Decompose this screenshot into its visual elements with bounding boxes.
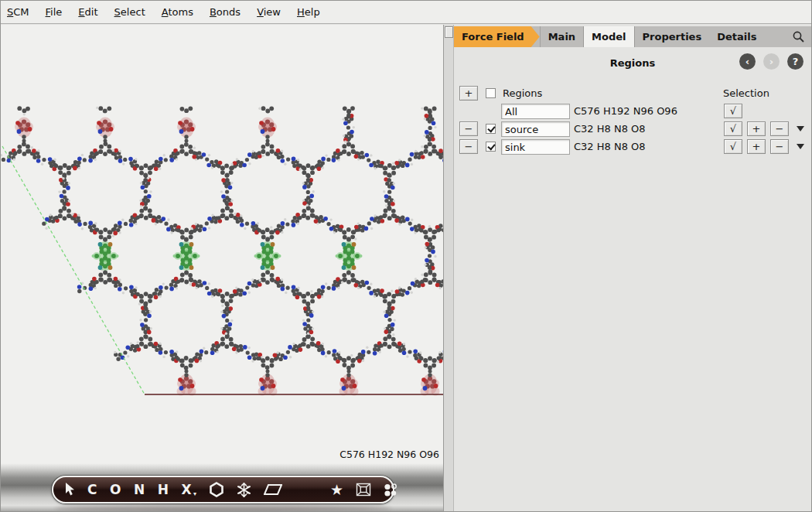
remove-from-region-source-button[interactable]: −	[770, 121, 789, 136]
snowflake-icon	[237, 483, 251, 497]
cursor-icon	[64, 483, 75, 497]
element-h-button[interactable]: H	[158, 478, 169, 501]
regions-header-label: Regions	[503, 87, 542, 99]
regions-master-checkbox[interactable]	[486, 88, 496, 98]
menu-bonds[interactable]: Bonds	[210, 6, 241, 18]
add-to-region-source-button[interactable]: +	[747, 121, 766, 136]
cell-box-icon	[356, 483, 371, 497]
ring-tool-button[interactable]	[209, 478, 224, 501]
region-formula-all: C576 H192 N96 O96	[574, 105, 677, 117]
menu-scm[interactable]: SCM	[7, 6, 29, 18]
region-name-input-source[interactable]	[501, 121, 570, 137]
add-region-button[interactable]: +	[459, 86, 478, 101]
molecule-viewport[interactable]: C576 H192 N96 O96 C O N H X ▾	[1, 25, 444, 511]
region-row-sink: − C32 H8 N8 O8 √ + − ▼	[454, 139, 811, 156]
pane-divider[interactable]	[444, 25, 454, 511]
region-formula-source: C32 H8 N8 O8	[574, 123, 646, 135]
menubar: SCMFileEditSelectAtomsBondsViewHelp	[1, 1, 811, 24]
add-to-region-sink-button[interactable]: +	[747, 139, 766, 154]
picker-caret-icon: ▾	[193, 490, 196, 497]
element-n-button[interactable]: N	[134, 478, 145, 501]
tab-bar: Force Field Main Model Properties Detail…	[454, 26, 811, 47]
settings-panel: Force Field Main Model Properties Detail…	[454, 25, 811, 511]
region-name-input-all[interactable]	[501, 104, 570, 119]
tab-properties[interactable]: Properties	[635, 26, 710, 47]
viewport-floor: C O N H X ▾	[1, 463, 443, 511]
forward-button[interactable]: ›	[763, 53, 780, 70]
formula-status: C576 H192 N96 O96	[339, 449, 439, 460]
remove-region-sink-button[interactable]: −	[459, 139, 478, 154]
region-sink-checkbox[interactable]	[486, 142, 496, 152]
menu-select[interactable]: Select	[114, 6, 145, 18]
molecules-view-button[interactable]	[384, 478, 397, 501]
builder-toolbar: C O N H X ▾	[52, 476, 394, 503]
remove-region-source-button[interactable]: −	[459, 121, 478, 136]
panel-nav: ‹ › ?	[739, 53, 803, 70]
menu-edit[interactable]: Edit	[78, 6, 97, 18]
region-source-checkbox[interactable]	[486, 124, 496, 134]
element-o-button[interactable]: O	[110, 478, 121, 501]
menu-help[interactable]: Help	[297, 6, 320, 18]
region-row-source: − C32 H8 N8 O8 √ + − ▼	[454, 121, 811, 138]
select-region-sink-button[interactable]: √	[724, 139, 742, 154]
element-c-button[interactable]: C	[87, 478, 97, 501]
back-button[interactable]: ‹	[739, 53, 756, 70]
tab-main[interactable]: Main	[540, 26, 583, 47]
menu-atoms[interactable]: Atoms	[162, 6, 193, 18]
parallelogram-icon	[264, 483, 282, 496]
regions-header-row: + Regions Selection	[454, 86, 811, 103]
selection-header-label: Selection	[723, 87, 769, 99]
tab-model[interactable]: Model	[583, 26, 634, 47]
favorites-button[interactable]: ★	[330, 478, 343, 501]
molecule-structure[interactable]	[1, 25, 443, 464]
freeze-tool-button[interactable]	[237, 478, 251, 501]
menu-file[interactable]: File	[46, 6, 63, 18]
remove-from-region-sink-button[interactable]: −	[770, 139, 789, 154]
tab-force-field[interactable]: Force Field	[454, 26, 540, 47]
region-name-input-sink[interactable]	[501, 139, 570, 155]
select-region-source-button[interactable]: √	[724, 121, 742, 136]
divider-grip-handle[interactable]	[445, 26, 453, 38]
region-formula-sink: C32 H8 N8 O8	[574, 141, 646, 152]
menu-view[interactable]: View	[257, 6, 281, 18]
region-sink-dropdown-icon[interactable]: ▼	[797, 144, 804, 149]
molecules-dots-icon	[384, 483, 397, 497]
application-window: SCMFileEditSelectAtomsBondsViewHelp C576…	[0, 0, 812, 512]
toolbar-reflection	[55, 505, 391, 511]
cell-view-button[interactable]	[356, 478, 371, 501]
select-region-all-button[interactable]: √	[724, 104, 742, 118]
lattice-tool-button[interactable]	[264, 478, 282, 501]
search-icon[interactable]	[792, 30, 805, 43]
pointer-tool-button[interactable]	[64, 478, 75, 501]
element-picker-button[interactable]: X ▾	[181, 478, 196, 501]
region-source-dropdown-icon[interactable]: ▼	[797, 126, 804, 131]
tab-details[interactable]: Details	[709, 26, 764, 47]
help-button[interactable]: ?	[787, 53, 803, 70]
hexagon-icon	[209, 482, 224, 497]
region-row-all: C576 H192 N96 O96 √	[454, 104, 811, 121]
